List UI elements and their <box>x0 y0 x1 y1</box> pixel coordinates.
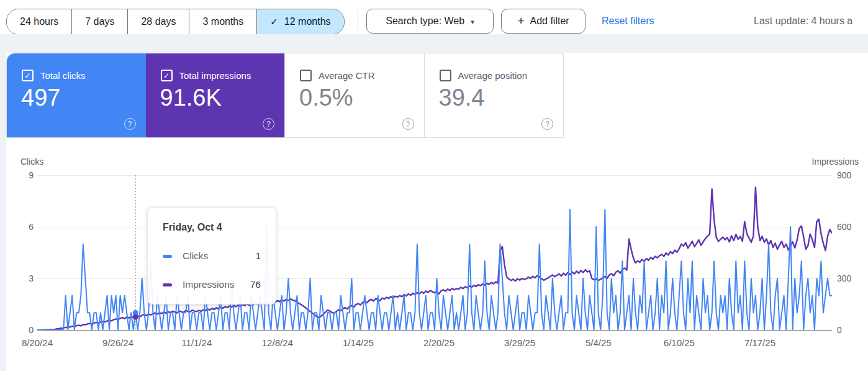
help-icon[interactable]: ? <box>263 118 274 130</box>
x-axis-tick: 6/10/25 <box>651 337 707 348</box>
check-icon: ✓ <box>270 16 278 27</box>
left-axis-tick: 3 <box>1 272 34 285</box>
reset-filters-link[interactable]: Reset filters <box>602 9 654 34</box>
metric-card-average-ctr[interactable]: Average CTR 0.5% ? <box>284 53 424 137</box>
right-axis-tick: 900 <box>837 169 868 181</box>
x-axis-baseline <box>37 330 832 331</box>
add-filter-label: Add filter <box>530 16 569 27</box>
metric-card-total-clicks[interactable]: ✓ Total clicks 497 ? <box>7 53 146 137</box>
metric-value: 0.5% <box>299 83 353 112</box>
date-range-3-months[interactable]: 3 months <box>189 9 256 34</box>
metric-cards-row: ✓ Total clicks 497 ? ✓ Total impressions… <box>6 53 564 138</box>
date-range-selector: 24 hours 7 days 28 days 3 months ✓ 12 mo… <box>6 9 345 35</box>
checkbox-unchecked-icon[interactable] <box>300 70 312 81</box>
date-range-12-months[interactable]: ✓ 12 months <box>256 9 343 34</box>
metric-label: Average CTR <box>319 70 375 81</box>
right-axis-tick: 300 <box>837 272 868 285</box>
chip-label: 3 months <box>202 16 243 27</box>
tooltip-series-label: Clicks <box>183 250 208 262</box>
metric-label: Total impressions <box>179 70 251 81</box>
date-range-7-days[interactable]: 7 days <box>71 9 127 34</box>
x-axis-tick: 8/20/24 <box>9 337 65 348</box>
chip-label: 28 days <box>141 16 176 27</box>
tooltip-row-impressions: Impressions 76 <box>163 279 261 290</box>
checkbox-checked-icon[interactable]: ✓ <box>161 70 173 81</box>
hover-dot-impressions <box>133 314 138 319</box>
help-icon[interactable]: ? <box>402 118 414 130</box>
chip-label: 24 hours <box>20 16 58 27</box>
last-update-text: Last update: 4 hours a <box>754 9 852 34</box>
date-range-28-days[interactable]: 28 days <box>127 9 189 34</box>
top-filter-bar: 24 hours 7 days 28 days 3 months ✓ 12 mo… <box>0 0 868 34</box>
chart-tooltip: Friday, Oct 4 Clicks 1 Impressions 76 <box>147 207 276 305</box>
page-background-band <box>0 34 868 53</box>
tooltip-row-clicks: Clicks 1 <box>163 250 261 262</box>
x-axis-tick: 7/17/25 <box>732 337 788 348</box>
left-axis-title: Clicks <box>20 157 43 167</box>
left-axis-tick: 0 <box>1 324 34 336</box>
toolbar-divider <box>358 11 358 31</box>
x-axis-tick: 1/14/25 <box>330 337 386 348</box>
add-filter-button[interactable]: + Add filter <box>501 9 585 34</box>
metric-card-average-position[interactable]: Average position 39.4 ? <box>424 53 564 137</box>
metric-value: 39.4 <box>439 83 485 112</box>
left-axis-tick: 6 <box>1 221 34 233</box>
metric-label: Average position <box>458 70 527 81</box>
checkbox-checked-icon[interactable]: ✓ <box>22 70 34 81</box>
tooltip-swatch <box>163 255 172 258</box>
date-range-24-hours[interactable]: 24 hours <box>7 9 71 34</box>
right-axis-title: Impressions <box>812 157 859 167</box>
x-axis-tick: 2/20/25 <box>411 337 467 348</box>
search-type-label: Search type: Web <box>386 16 464 27</box>
x-axis-tick: 9/26/24 <box>90 337 146 348</box>
chip-label: 7 days <box>85 16 114 27</box>
chip-label: 12 months <box>284 16 331 27</box>
right-axis-tick: 600 <box>837 221 868 233</box>
x-axis-tick: 11/1/24 <box>169 337 225 348</box>
tooltip-series-label: Impressions <box>183 279 235 290</box>
metric-card-total-impressions[interactable]: ✓ Total impressions 91.6K ? <box>146 53 285 137</box>
x-axis-tick: 5/4/25 <box>571 337 626 348</box>
right-axis-tick: 0 <box>837 324 868 336</box>
x-axis-tick: 3/29/25 <box>492 337 548 348</box>
tooltip-swatch <box>163 283 172 286</box>
x-axis-tick: 12/8/24 <box>250 337 305 348</box>
tooltip-date: Friday, Oct 4 <box>163 222 261 233</box>
help-icon[interactable]: ? <box>124 118 136 130</box>
left-axis-tick: 9 <box>1 169 34 181</box>
tooltip-series-value: 1 <box>255 250 261 262</box>
plus-icon: + <box>517 14 524 28</box>
tooltip-series-value: 76 <box>250 279 261 290</box>
performance-chart: Clicks Impressions 036903006009008/20/24… <box>0 152 868 371</box>
checkbox-unchecked-icon[interactable] <box>440 70 451 81</box>
metric-value: 91.6K <box>160 83 222 112</box>
chevron-down-icon: ▾ <box>471 18 474 26</box>
metric-value: 497 <box>21 83 60 112</box>
help-icon[interactable]: ? <box>541 118 553 130</box>
metric-label: Total clicks <box>40 70 86 81</box>
search-type-dropdown[interactable]: Search type: Web ▾ <box>366 9 494 34</box>
